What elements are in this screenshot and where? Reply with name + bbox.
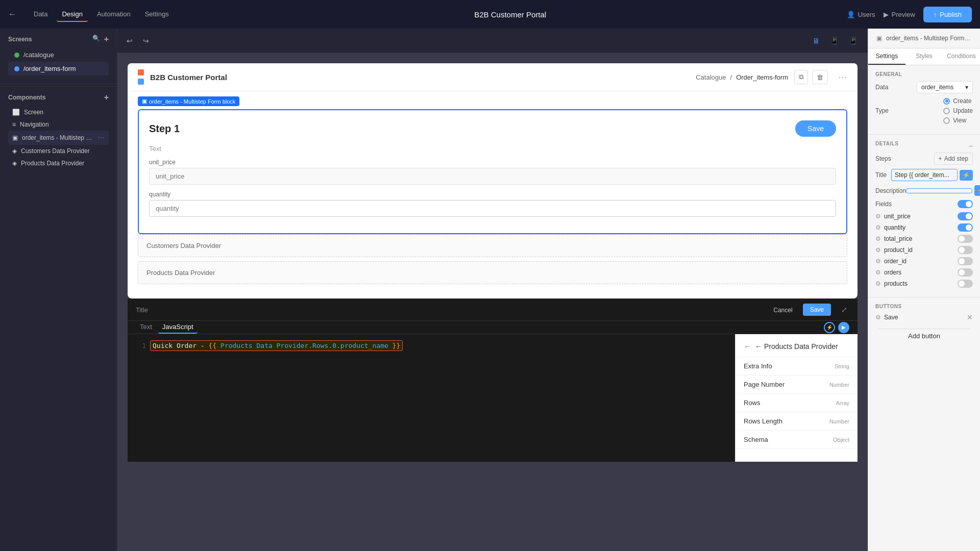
tablet-view-button[interactable]: 📱 [826, 34, 843, 48]
delete-button[interactable]: 🗑 [812, 70, 828, 84]
dot-order-form [14, 66, 19, 71]
desktop-view-button[interactable]: 🖥 [808, 34, 824, 48]
step-title-input[interactable]: Step {{ order_item... [891, 169, 958, 181]
center-panel: ↩ ↪ 🖥 📱 📱 B2B Customer [117, 29, 868, 551]
form-block[interactable]: Step 1 Save Text unit_price quantity [138, 109, 847, 234]
nav-data[interactable]: Data [29, 7, 53, 22]
expand-button[interactable]: ⤢ [839, 304, 849, 316]
desc-lightning-button[interactable]: ⚡ [974, 185, 980, 196]
code-template-end: }} [393, 342, 401, 349]
products-field-toggle[interactable] [958, 280, 973, 288]
tab-styles[interactable]: Styles [905, 48, 943, 65]
total-price-gear-icon[interactable]: ⚙ [875, 235, 881, 242]
cancel-title-button[interactable]: Cancel [771, 303, 794, 316]
code-editor[interactable]: 1 Quick Order - {{ Products Data Provide… [128, 334, 735, 462]
main-layout: Screens 🔍 + /catalogue /order_items-form… [0, 29, 980, 551]
search-icon[interactable]: 🔍 [92, 35, 100, 44]
add-button-button[interactable]: Add button [878, 329, 970, 343]
title-lightning-button[interactable]: ⚡ [960, 170, 973, 181]
radio-view-label: View [953, 117, 966, 124]
breadcrumb-order-form[interactable]: Order_items-form [736, 73, 788, 81]
play-circle-icon[interactable]: ▶ [838, 322, 849, 333]
rows-type: Array [836, 400, 849, 406]
fields-list: ⚙ unit_price ⚙ quantity ⚙ total_price ⚙ … [875, 212, 973, 288]
users-button[interactable]: 👤 Users [847, 11, 875, 18]
topbar-right: 👤 Users ▶ Preview ↑ Publish [847, 7, 972, 22]
popup-back-button[interactable]: ← [744, 342, 751, 350]
radio-create[interactable]: Create [943, 97, 973, 105]
product-id-field-toggle[interactable] [958, 246, 973, 254]
step-title-value: Step {{ order_item... [895, 171, 949, 179]
details-label: DETAILS [875, 141, 899, 146]
back-button[interactable]: ← [8, 10, 16, 19]
popup-item-rows-length[interactable]: Rows Length Number [736, 412, 857, 431]
code-line-1: 1 Quick Order - {{ Products Data Provide… [136, 340, 727, 351]
comp-screen[interactable]: ⬜ Screen [8, 106, 109, 118]
orders-gear-icon[interactable]: ⚙ [875, 269, 881, 276]
comp-multistep[interactable]: ▣ order_items - Multistep For... ··· [8, 131, 109, 145]
popup-header: ← ← Products Data Provider [736, 342, 857, 357]
form-save-button[interactable]: Save [795, 120, 836, 137]
tab-conditions[interactable]: Conditions [943, 48, 980, 65]
total-price-field-toggle[interactable] [958, 235, 973, 243]
undo-button[interactable]: ↩ [124, 34, 136, 48]
breadcrumb-catalogue[interactable]: Catalogue [696, 73, 726, 81]
lightning-circle-icon[interactable]: ⚡ [824, 322, 835, 333]
save-button-delete-icon[interactable]: ✕ [967, 313, 973, 321]
nav-settings[interactable]: Settings [140, 7, 174, 22]
add-step-button[interactable]: + Add step [934, 153, 973, 165]
step-header: Step 1 Save [149, 120, 836, 137]
publish-button[interactable]: ↑ Publish [923, 7, 972, 22]
sidebar-item-catalogue[interactable]: /catalogue [8, 48, 109, 62]
quantity-field-toggle[interactable] [958, 223, 973, 232]
components-header: Components + [8, 93, 109, 102]
fields-toggle[interactable] [958, 200, 973, 208]
app-name: B2B Customer Portal [150, 73, 227, 82]
bottom-content: 1 Quick Order - {{ Products Data Provide… [128, 334, 857, 462]
products-dp-name: Products Data Provider [146, 269, 215, 277]
radio-update[interactable]: Update [943, 107, 973, 114]
sidebar-item-order-form[interactable]: /order_items-form [8, 62, 109, 76]
data-provider-popup: ← ← Products Data Provider Extra Info St… [735, 334, 857, 462]
tab-text[interactable]: Text [136, 321, 156, 334]
tab-javascript[interactable]: JavaScript [158, 321, 198, 334]
copy-button[interactable]: ⧉ [794, 70, 808, 84]
right-sidebar-title: order_items - Multistep Form block [886, 35, 972, 42]
button-save-row: ⚙ Save ✕ [875, 313, 973, 321]
save-button-gear-icon[interactable]: ⚙ [875, 314, 881, 321]
preview-button[interactable]: ▶ Preview [884, 11, 915, 18]
comp-customers-dp[interactable]: ◈ Customers Data Provider [8, 145, 109, 157]
order-id-gear-icon[interactable]: ⚙ [875, 258, 881, 265]
radio-view[interactable]: View [943, 117, 973, 124]
nav-design[interactable]: Design [57, 7, 87, 22]
orders-field-toggle[interactable] [958, 268, 973, 277]
canvas-more-icon[interactable]: ⋯ [838, 71, 847, 83]
comp-navigation[interactable]: ≡ Navigation [8, 118, 109, 131]
more-options-icon[interactable]: ··· [98, 133, 105, 142]
description-input[interactable] [906, 188, 972, 193]
popup-item-extra-info[interactable]: Extra Info String [736, 357, 857, 375]
quantity-gear-icon[interactable]: ⚙ [875, 224, 881, 231]
add-screen-icon[interactable]: + [104, 35, 109, 44]
unit-price-field-toggle[interactable] [958, 212, 973, 220]
product-id-gear-icon[interactable]: ⚙ [875, 246, 881, 254]
nav-automation[interactable]: Automation [92, 7, 136, 22]
redo-button[interactable]: ↪ [140, 34, 152, 48]
quantity-input[interactable] [149, 200, 836, 217]
unit-price-gear-icon[interactable]: ⚙ [875, 213, 881, 220]
mobile-view-button[interactable]: 📱 [845, 34, 862, 48]
data-select[interactable]: order_items ▾ [917, 81, 973, 93]
popup-item-rows[interactable]: Rows Array [736, 394, 857, 412]
popup-item-schema[interactable]: Schema Object [736, 431, 857, 449]
radio-create-label: Create [953, 97, 971, 105]
add-component-icon[interactable]: + [104, 93, 109, 102]
unit-price-input[interactable] [149, 168, 836, 185]
tab-settings[interactable]: Settings [868, 48, 905, 65]
save-title-button[interactable]: Save [803, 304, 831, 316]
popup-item-page-number[interactable]: Page Number Number [736, 375, 857, 394]
collapse-details-icon[interactable]: − [969, 142, 973, 150]
order-id-field-toggle[interactable] [958, 257, 973, 265]
products-gear-icon[interactable]: ⚙ [875, 280, 881, 287]
type-row: Type Create Update View [875, 97, 973, 124]
comp-products-dp[interactable]: ◈ Products Data Provider [8, 157, 109, 169]
